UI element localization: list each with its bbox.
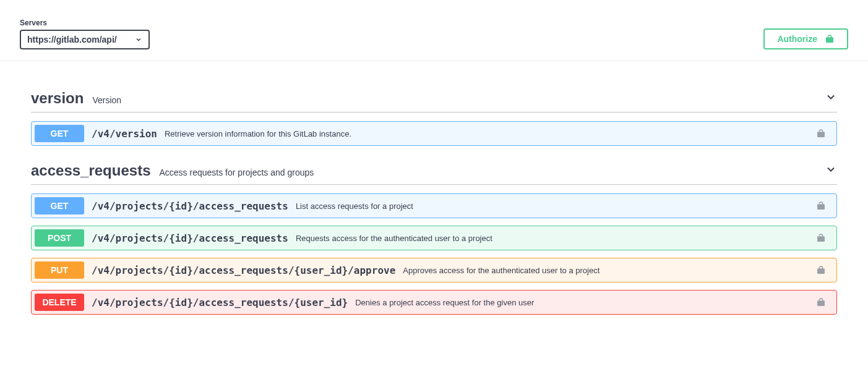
topbar: Servers https://gitlab.com/api/ Authoriz… <box>0 0 868 61</box>
operation-path: /v4/projects/{id}/access_requests/{user_… <box>84 265 403 276</box>
tag-header-left: access_requests Access requests for proj… <box>31 162 314 179</box>
lock-open-icon <box>809 297 833 307</box>
tag-header-left: version Version <box>31 90 121 107</box>
server-select[interactable]: https://gitlab.com/api/ <box>20 30 150 49</box>
tag-description: Version <box>92 95 121 105</box>
servers-label: Servers <box>20 19 150 27</box>
content: version Version GET /v4/version Retrieve… <box>0 61 868 341</box>
operation-get-version[interactable]: GET /v4/version Retrieve version informa… <box>31 121 837 146</box>
operation-put-access-requests-approve[interactable]: PUT /v4/projects/{id}/access_requests/{u… <box>31 258 837 282</box>
authorize-button-label: Authorize <box>777 34 817 44</box>
tag-header-access-requests[interactable]: access_requests Access requests for proj… <box>31 162 837 185</box>
tag-section-access-requests: access_requests Access requests for proj… <box>31 162 837 315</box>
chevron-down-icon <box>135 36 142 43</box>
operation-list: GET /v4/version Retrieve version informa… <box>31 121 837 146</box>
operation-path: /v4/projects/{id}/access_requests <box>84 200 296 212</box>
tag-name: access_requests <box>31 162 150 179</box>
chevron-down-icon <box>825 163 837 176</box>
operation-list: GET /v4/projects/{id}/access_requests Li… <box>31 193 837 315</box>
lock-open-icon <box>809 233 833 243</box>
tag-section-version: version Version GET /v4/version Retrieve… <box>31 90 837 146</box>
operation-summary: Denies a project access request for the … <box>355 298 809 307</box>
authorize-button[interactable]: Authorize <box>763 28 848 49</box>
servers-block: Servers https://gitlab.com/api/ <box>20 19 150 49</box>
operation-delete-access-requests[interactable]: DELETE /v4/projects/{id}/access_requests… <box>31 290 837 315</box>
lock-open-icon <box>809 265 833 275</box>
operation-get-access-requests[interactable]: GET /v4/projects/{id}/access_requests Li… <box>31 193 837 218</box>
operation-summary: Retrieve version information for this Gi… <box>165 129 809 138</box>
method-badge: DELETE <box>35 294 84 311</box>
operation-summary: Requests access for the authenticated us… <box>296 234 809 243</box>
tag-description: Access requests for projects and groups <box>159 168 314 177</box>
method-badge: PUT <box>35 261 84 279</box>
operation-summary: List access requests for a project <box>296 202 809 211</box>
operation-post-access-requests[interactable]: POST /v4/projects/{id}/access_requests R… <box>31 226 837 250</box>
tag-header-version[interactable]: version Version <box>31 90 837 112</box>
method-badge: POST <box>35 229 84 247</box>
server-select-value: https://gitlab.com/api/ <box>27 35 117 45</box>
tag-name: version <box>31 90 84 107</box>
lock-open-icon <box>809 129 833 138</box>
lock-open-icon <box>825 34 835 44</box>
operation-summary: Approves access for the authenticated us… <box>403 266 809 275</box>
operation-path: /v4/version <box>84 128 165 140</box>
lock-open-icon <box>809 201 833 211</box>
operation-path: /v4/projects/{id}/access_requests <box>84 232 296 244</box>
method-badge: GET <box>35 125 84 142</box>
method-badge: GET <box>35 197 84 214</box>
chevron-down-icon <box>825 91 837 103</box>
operation-path: /v4/projects/{id}/access_requests/{user_… <box>84 297 355 308</box>
